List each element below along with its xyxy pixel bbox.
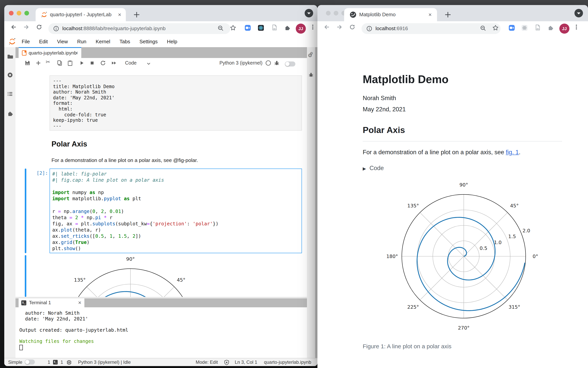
- menu-items: FileEditViewRunKernelTabsSettingsHelp: [17, 36, 182, 47]
- debugger-bug-icon[interactable]: [308, 72, 314, 78]
- body-paragraph: For a demonstration of a line plot on a …: [363, 149, 521, 156]
- menu-settings[interactable]: Settings: [135, 36, 162, 47]
- browser-menu-kebab-icon[interactable]: [310, 24, 316, 30]
- cursor-position[interactable]: Ln 3, Col 1: [235, 358, 257, 366]
- panel-split-handle[interactable]: [16, 297, 307, 298]
- zoom-app-extension-icon[interactable]: [245, 25, 251, 31]
- interrupt-kernel-button[interactable]: [89, 60, 95, 66]
- new-tab-button[interactable]: [443, 10, 453, 19]
- tab-search-button[interactable]: [305, 9, 313, 17]
- bookmark-star-icon[interactable]: [230, 25, 236, 31]
- menu-tabs[interactable]: Tabs: [115, 36, 135, 47]
- extensions-puzzle-icon[interactable]: [284, 25, 290, 31]
- document-extension-icon[interactable]: [535, 24, 541, 30]
- code-line: import numpy as np: [52, 190, 299, 196]
- simple-interface-label: Simple: [8, 358, 22, 366]
- zoom-level-icon[interactable]: [218, 25, 224, 31]
- notebook-tab-close-icon[interactable]: ✕: [74, 50, 80, 56]
- execution-prompt: [2]:: [27, 170, 48, 176]
- polar-chart-notebook-output: 0°45°90°135°180°225°270°315°0.51.01.52.0: [49, 255, 235, 297]
- code-cell[interactable]: #| label: fig-polar#| fig.cap: A line pl…: [49, 168, 302, 253]
- table-of-contents-icon[interactable]: [7, 91, 13, 97]
- svg-text:135°: 135°: [74, 277, 86, 283]
- reload-button[interactable]: [36, 24, 42, 30]
- traffic-minimize-button[interactable]: [17, 11, 21, 16]
- terminal-tab-label: Terminal 1: [29, 298, 51, 307]
- react-devtools-extension-icon[interactable]: [521, 25, 528, 31]
- collaboration-toggle[interactable]: [285, 62, 295, 66]
- kernel-count: 1: [61, 358, 63, 366]
- forward-button[interactable]: [336, 24, 343, 30]
- add-cell-button[interactable]: [35, 60, 41, 66]
- back-button[interactable]: [10, 24, 17, 30]
- back-button[interactable]: [324, 24, 330, 30]
- zoom-level-icon[interactable]: [480, 25, 486, 31]
- simple-interface-toggle[interactable]: [25, 359, 35, 365]
- browser-avatar[interactable]: JJ: [296, 24, 306, 34]
- terminal-tab-close-icon[interactable]: ✕: [77, 300, 83, 306]
- terminal-icon: $_: [21, 300, 26, 305]
- code-line: r = np.arange(0, 2, 0.01): [52, 208, 299, 214]
- traffic-close-button[interactable]: [9, 11, 14, 16]
- svg-text:0°: 0°: [533, 254, 538, 259]
- menu-file[interactable]: File: [17, 36, 34, 47]
- document-extension-icon[interactable]: [271, 24, 278, 30]
- zoom-app-extension-icon[interactable]: [509, 25, 515, 31]
- tab-close-icon[interactable]: ✕: [116, 12, 123, 18]
- output-collapser[interactable]: [25, 255, 26, 297]
- traffic-zoom-button[interactable]: [24, 11, 29, 16]
- menu-edit[interactable]: Edit: [34, 36, 52, 47]
- menu-view[interactable]: View: [52, 36, 73, 47]
- run-cell-button[interactable]: [78, 60, 85, 66]
- browser-menu-kebab-icon[interactable]: [573, 24, 579, 30]
- bookmark-star-icon[interactable]: [492, 25, 499, 31]
- code-line: plt.show(): [52, 246, 299, 252]
- jupyter-favicon: [41, 11, 48, 18]
- terminals-icon: $_: [53, 360, 58, 365]
- kernel-name-button[interactable]: Python 3 (ipykernel): [220, 58, 262, 68]
- raw-frontmatter-cell[interactable]: ---title: Matplotlib Demoauthor: Norah S…: [49, 75, 302, 131]
- copy-cells-button[interactable]: [57, 60, 63, 66]
- menu-run[interactable]: Run: [73, 36, 91, 47]
- terminal-tab[interactable]: $_ Terminal 1 ✕: [19, 298, 84, 307]
- terminal-output[interactable]: author: Norah Smith date: 'May 22nd, 202…: [16, 307, 307, 358]
- file-browser-icon[interactable]: [7, 53, 13, 60]
- extension-manager-icon[interactable]: [7, 110, 13, 117]
- reload-button[interactable]: [349, 24, 355, 30]
- input-collapser[interactable]: [25, 168, 26, 253]
- browser-avatar[interactable]: JJ: [559, 24, 569, 34]
- cell-type-dropdown[interactable]: Code: [125, 58, 137, 68]
- running-kernels-icon[interactable]: [7, 72, 13, 78]
- react-devtools-extension-icon[interactable]: [258, 25, 264, 31]
- browser-tab[interactable]: Matplotlib Demo ✕: [344, 8, 437, 21]
- kernel-status-text[interactable]: Python 3 (ipykernel) | Idle: [78, 358, 131, 366]
- paste-cells-button[interactable]: [67, 60, 73, 66]
- terminal-line: [19, 333, 307, 339]
- property-inspector-gears-icon[interactable]: ⚙⚙: [308, 53, 315, 58]
- svg-text:2.0: 2.0: [523, 228, 530, 233]
- code-line: ax.set_rticks([0.5, 1, 1.5, 2]): [52, 233, 299, 239]
- tab-close-icon[interactable]: ✕: [427, 12, 433, 18]
- site-info-icon[interactable]: [366, 26, 372, 32]
- traffic-close-button[interactable]: [326, 11, 331, 16]
- tab-search-button[interactable]: [574, 9, 583, 17]
- site-info-icon[interactable]: [53, 26, 59, 32]
- notebook-content[interactable]: ---title: Matplotlib Demoauthor: Norah S…: [16, 68, 307, 297]
- debugger-toggle-bug-icon[interactable]: [274, 60, 280, 66]
- notebook-tab-label: quarto-jupyterlab.ipynb: [29, 48, 77, 58]
- notebook-tab[interactable]: quarto-jupyterlab.ipynb ✕: [19, 47, 81, 58]
- traffic-minimize-button[interactable]: [334, 11, 338, 16]
- menu-kernel[interactable]: Kernel: [91, 36, 115, 47]
- cell-type-chevron-icon[interactable]: [145, 61, 152, 67]
- restart-kernel-button[interactable]: [100, 60, 106, 66]
- save-button[interactable]: [24, 60, 30, 66]
- restart-run-all-button[interactable]: [111, 60, 117, 66]
- browser-tab[interactable]: quarto-jupyterl - JupyterLab ✕: [36, 8, 126, 21]
- cut-cells-button[interactable]: ✂: [46, 59, 52, 65]
- extensions-puzzle-icon[interactable]: [547, 25, 554, 31]
- terminal-cursor: [19, 344, 307, 351]
- forward-button[interactable]: [23, 24, 29, 30]
- figure-link[interactable]: fig. 1: [506, 149, 519, 155]
- new-tab-button[interactable]: [132, 10, 141, 19]
- menu-help[interactable]: Help: [162, 36, 182, 47]
